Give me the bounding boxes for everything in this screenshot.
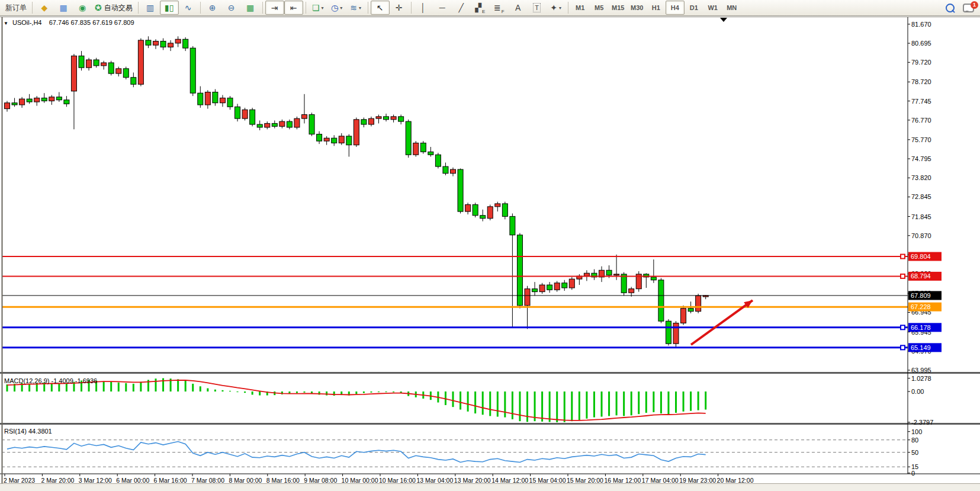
price-tick-label: 80.695 [911, 40, 931, 47]
macd-histogram-bar [482, 391, 484, 415]
arrows-icon[interactable]: ✦▾ [547, 1, 565, 15]
candle [146, 40, 151, 45]
candle [153, 41, 159, 46]
line-end-marker[interactable] [901, 345, 905, 349]
candle [688, 309, 693, 312]
templates-icon[interactable]: ≋▾ [346, 1, 365, 15]
timeframe-mn-button[interactable]: MN [722, 1, 741, 15]
macd-histogram-bar [333, 391, 335, 396]
equidistant-channel-icon[interactable]: ▞E [471, 1, 490, 15]
text-icon[interactable]: A [509, 1, 528, 15]
profile-icon[interactable]: ▦ [54, 1, 73, 15]
timeframe-m5-button[interactable]: M5 [590, 1, 609, 15]
line-chart-icon[interactable]: ∿ [179, 1, 198, 15]
macd-histogram-bar [526, 391, 528, 422]
price-axis[interactable]: 81.67080.69579.72078.72077.74576.77075.7… [908, 21, 931, 374]
timeframe-w1-button[interactable]: W1 [703, 1, 722, 15]
auto-scroll-icon: ⇥ [271, 4, 278, 12]
candle [123, 69, 128, 78]
candle [554, 283, 560, 290]
alerts-icon[interactable]: ◉ [73, 1, 92, 15]
window-menu-icon[interactable]: ▼ [4, 21, 8, 26]
rsi-axis-label: 0 [911, 470, 915, 477]
price-tick-label: 63.995 [911, 367, 931, 374]
toolbar-separator [411, 2, 412, 14]
timeframe-h4-button[interactable]: H4 [666, 1, 685, 15]
new-order-button[interactable]: 新订单 [2, 1, 30, 15]
timeframe-d1-button[interactable]: D1 [685, 1, 703, 15]
time-tick-label: 19 Mar 23:00 [679, 477, 716, 483]
time-tick-label: 10 Mar 00:00 [342, 477, 378, 483]
time-tick-label: 9 Mar 08:00 [304, 477, 337, 483]
price-tick-label: 76.770 [911, 117, 931, 124]
crosshair-icon[interactable]: ✛ [390, 1, 409, 15]
timeframe-m1-button[interactable]: M1 [571, 1, 590, 15]
horizontal-lines[interactable] [2, 256, 908, 348]
candle [205, 92, 210, 105]
timeframe-h1-button[interactable]: H1 [647, 1, 666, 15]
horizontal-line-icon[interactable]: ─ [433, 1, 452, 15]
rsi-pane: 1008050150 [2, 428, 922, 477]
chart-shift-icon[interactable]: ⇤ [284, 1, 303, 15]
trendline-icon[interactable]: ╱ [452, 1, 471, 15]
ohlc-values: 67.746 67.835 67.619 67.809 [49, 19, 134, 26]
new-chart-icon[interactable]: ❏▾ [309, 1, 327, 15]
vertical-line-icon[interactable]: │ [414, 1, 433, 15]
line-end-marker[interactable] [901, 274, 905, 278]
auto-trading-button[interactable]: ✪自动交易 [92, 1, 136, 15]
auto-trading-button-label: 自动交易 [104, 3, 133, 13]
icon-sub-letter: E [482, 9, 485, 14]
tile-windows-icon[interactable]: ▦ [241, 1, 260, 15]
candle [287, 121, 292, 127]
zoom-out-icon[interactable]: ⊖ [222, 1, 241, 15]
search-icon[interactable] [946, 4, 955, 12]
chart-shift-marker[interactable] [720, 18, 727, 22]
line-end-marker[interactable] [901, 325, 905, 329]
chevron-down-icon[interactable]: ▾ [559, 5, 561, 11]
line-end-marker[interactable] [901, 255, 905, 259]
macd-histogram-bar [192, 384, 194, 391]
timeframe-m30-button[interactable]: M30 [628, 1, 647, 15]
cursor-icon[interactable]: ↖ [371, 1, 390, 15]
zoom-in-icon[interactable]: ⊕ [203, 1, 222, 15]
candle [525, 289, 530, 306]
candle [183, 39, 188, 48]
chat-icon[interactable]: 1 [963, 4, 974, 12]
candle [94, 60, 99, 66]
macd-histogram-bar [593, 391, 595, 418]
bar-chart-icon[interactable]: ▥ [141, 1, 160, 15]
chevron-down-icon[interactable]: ▾ [322, 5, 324, 11]
macd-indicator-label: MACD(12,26,9) -1.4009 -1.6936 [4, 377, 97, 384]
timeframe-m15-button-label: M15 [612, 4, 624, 11]
text-icon: A [515, 4, 520, 12]
candle [131, 78, 136, 85]
chart-canvas[interactable]: 81.67080.69579.72078.72077.74576.77075.7… [0, 17, 980, 483]
timeframe-m15-button[interactable]: M15 [609, 1, 628, 15]
toolbar-separator [138, 2, 139, 14]
candle [361, 120, 367, 124]
auto-scroll-icon[interactable]: ⇥ [265, 1, 284, 15]
candle [651, 277, 656, 280]
equidistant-channel-icon: ▞ [475, 4, 481, 12]
chevron-down-icon[interactable]: ▾ [340, 5, 342, 11]
candle [443, 166, 448, 174]
candlestick-chart-icon[interactable]: ▮▯ [160, 1, 179, 15]
rsi-axis-label: 50 [911, 449, 918, 456]
text-label-icon[interactable]: T [528, 1, 547, 15]
chevron-down-icon[interactable]: ▾ [359, 5, 361, 11]
candle [317, 134, 322, 142]
candle [517, 235, 522, 306]
timeframe-m5-button-label: M5 [595, 4, 603, 11]
candle [324, 138, 329, 141]
time-tick-label: 8 Mar 00:00 [229, 477, 262, 483]
macd-histogram-bar [155, 378, 157, 391]
candle [339, 136, 344, 143]
candle [406, 121, 411, 155]
macd-histogram-bar [519, 391, 520, 421]
time-axis[interactable]: 2 Mar 20232 Mar 20:003 Mar 12:006 Mar 00… [4, 474, 754, 483]
fibonacci-icon[interactable]: ≣F [490, 1, 509, 15]
candle [346, 136, 352, 145]
periods-icon[interactable]: ◷▾ [327, 1, 346, 15]
candle [376, 117, 381, 118]
chart-window-icon[interactable]: ◆ [35, 1, 54, 15]
